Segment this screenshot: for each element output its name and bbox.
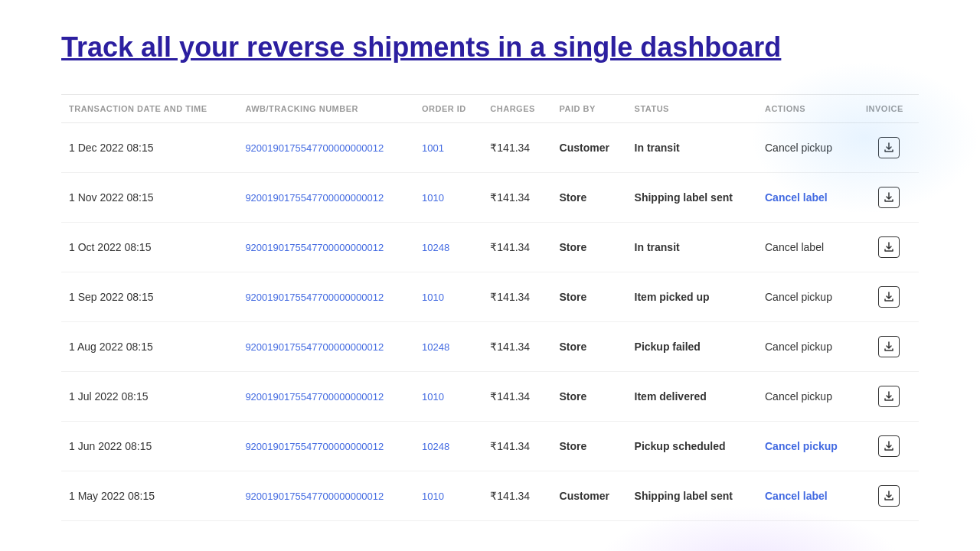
orderid-link[interactable]: 10248 bbox=[422, 242, 449, 253]
tracking-link[interactable]: 9200190175547700000000012 bbox=[245, 192, 384, 204]
tracking-link[interactable]: 9200190175547700000000012 bbox=[245, 341, 384, 353]
cell-invoice bbox=[858, 123, 919, 173]
orderid-link[interactable]: 1010 bbox=[422, 391, 444, 403]
cell-status: Item picked up bbox=[627, 272, 757, 322]
download-button[interactable] bbox=[878, 386, 900, 407]
col-header-charges: CHARGES bbox=[482, 95, 551, 123]
cell-orderid: 10248 bbox=[414, 322, 482, 372]
cell-paidby: Customer bbox=[552, 471, 627, 521]
header-row: TRANSACTION DATE AND TIME AWB/TRACKING N… bbox=[61, 95, 919, 123]
cell-paidby: Store bbox=[552, 372, 627, 422]
cell-paidby: Customer bbox=[552, 123, 627, 173]
orderid-link[interactable]: 10248 bbox=[422, 441, 449, 452]
cell-date: 1 Aug 2022 08:15 bbox=[61, 322, 237, 372]
cell-status: Shipping label sent bbox=[627, 173, 757, 223]
orderid-link[interactable]: 1010 bbox=[422, 192, 444, 204]
tracking-link[interactable]: 9200190175547700000000012 bbox=[245, 441, 384, 452]
cell-status: Item delivered bbox=[627, 372, 757, 422]
cell-tracking: 9200190175547700000000012 bbox=[237, 272, 414, 322]
cell-invoice bbox=[858, 471, 919, 521]
cell-date: 1 Oct 2022 08:15 bbox=[61, 223, 237, 272]
orderid-link[interactable]: 1001 bbox=[422, 142, 444, 154]
orderid-link[interactable]: 1010 bbox=[422, 292, 444, 303]
cell-paidby: Store bbox=[552, 272, 627, 322]
table-row: 1 May 2022 08:15920019017554770000000001… bbox=[61, 471, 919, 521]
cell-orderid: 10248 bbox=[414, 223, 482, 272]
cell-tracking: 9200190175547700000000012 bbox=[237, 422, 414, 471]
cell-tracking: 9200190175547700000000012 bbox=[237, 223, 414, 272]
cell-date: 1 May 2022 08:15 bbox=[61, 471, 237, 521]
cell-status: Shipping label sent bbox=[627, 471, 757, 521]
cell-invoice bbox=[858, 223, 919, 272]
action-link[interactable]: Cancel label bbox=[765, 191, 828, 204]
cell-tracking: 9200190175547700000000012 bbox=[237, 471, 414, 521]
cell-charges: ₹141.34 bbox=[482, 123, 551, 173]
cell-orderid: 1010 bbox=[414, 272, 482, 322]
table-row: 1 Jul 2022 08:15920019017554770000000001… bbox=[61, 372, 919, 422]
col-header-tracking: AWB/TRACKING NUMBER bbox=[237, 95, 414, 123]
col-header-orderid: ORDER ID bbox=[414, 95, 482, 123]
table-row: 1 Sep 2022 08:15920019017554770000000001… bbox=[61, 272, 919, 322]
cell-invoice bbox=[858, 372, 919, 422]
cell-orderid: 1010 bbox=[414, 173, 482, 223]
cell-charges: ₹141.34 bbox=[482, 471, 551, 521]
action-link[interactable]: Cancel label bbox=[765, 490, 828, 502]
cell-actions: Cancel pickup bbox=[757, 322, 858, 372]
cell-invoice bbox=[858, 422, 919, 471]
cell-paidby: Store bbox=[552, 173, 627, 223]
col-header-invoice: INVOICE bbox=[858, 95, 919, 123]
cell-charges: ₹141.34 bbox=[482, 322, 551, 372]
cell-charges: ₹141.34 bbox=[482, 173, 551, 223]
download-button[interactable] bbox=[878, 286, 900, 308]
cell-date: 1 Sep 2022 08:15 bbox=[61, 272, 237, 322]
cell-invoice bbox=[858, 173, 919, 223]
table-header: TRANSACTION DATE AND TIME AWB/TRACKING N… bbox=[61, 95, 919, 123]
cell-charges: ₹141.34 bbox=[482, 272, 551, 322]
shipments-table: TRANSACTION DATE AND TIME AWB/TRACKING N… bbox=[61, 94, 919, 521]
cell-orderid: 1001 bbox=[414, 123, 482, 173]
cell-date: 1 Nov 2022 08:15 bbox=[61, 173, 237, 223]
cell-date: 1 Dec 2022 08:15 bbox=[61, 123, 237, 173]
cell-invoice bbox=[858, 272, 919, 322]
cell-orderid: 10248 bbox=[414, 422, 482, 471]
cell-tracking: 9200190175547700000000012 bbox=[237, 123, 414, 173]
download-button[interactable] bbox=[878, 137, 900, 158]
table-row: 1 Oct 2022 08:15920019017554770000000001… bbox=[61, 223, 919, 272]
cell-paidby: Store bbox=[552, 223, 627, 272]
cell-actions: Cancel label bbox=[757, 173, 858, 223]
action-link[interactable]: Cancel pickup bbox=[765, 440, 838, 452]
download-button[interactable] bbox=[878, 187, 900, 208]
cell-actions: Cancel pickup bbox=[757, 123, 858, 173]
cell-tracking: 9200190175547700000000012 bbox=[237, 322, 414, 372]
cell-charges: ₹141.34 bbox=[482, 223, 551, 272]
tracking-link[interactable]: 9200190175547700000000012 bbox=[245, 391, 384, 403]
orderid-link[interactable]: 1010 bbox=[422, 491, 444, 502]
cell-orderid: 1010 bbox=[414, 471, 482, 521]
download-button[interactable] bbox=[878, 336, 900, 357]
tracking-link[interactable]: 9200190175547700000000012 bbox=[245, 491, 384, 502]
cell-paidby: Store bbox=[552, 322, 627, 372]
cell-status: In transit bbox=[627, 123, 757, 173]
tracking-link[interactable]: 9200190175547700000000012 bbox=[245, 292, 384, 303]
col-header-date: TRANSACTION DATE AND TIME bbox=[61, 95, 237, 123]
table-footer: Show entries Previous 1 Next bbox=[61, 544, 919, 551]
download-button[interactable] bbox=[878, 435, 900, 457]
table-row: 1 Nov 2022 08:15920019017554770000000001… bbox=[61, 173, 919, 223]
download-button[interactable] bbox=[878, 236, 900, 258]
cell-orderid: 1010 bbox=[414, 372, 482, 422]
cell-status: Pickup failed bbox=[627, 322, 757, 372]
table-row: 1 Jun 2022 08:15920019017554770000000001… bbox=[61, 422, 919, 471]
col-header-paidby: PAID BY bbox=[552, 95, 627, 123]
cell-actions: Cancel pickup bbox=[757, 422, 858, 471]
tracking-link[interactable]: 9200190175547700000000012 bbox=[245, 142, 384, 154]
table-row: 1 Aug 2022 08:15920019017554770000000001… bbox=[61, 322, 919, 372]
tracking-link[interactable]: 9200190175547700000000012 bbox=[245, 242, 384, 253]
cell-charges: ₹141.34 bbox=[482, 422, 551, 471]
cell-tracking: 9200190175547700000000012 bbox=[237, 173, 414, 223]
col-header-actions: ACTIONS bbox=[757, 95, 858, 123]
orderid-link[interactable]: 10248 bbox=[422, 341, 449, 353]
cell-actions: Cancel label bbox=[757, 223, 858, 272]
download-button[interactable] bbox=[878, 485, 900, 507]
cell-date: 1 Jul 2022 08:15 bbox=[61, 372, 237, 422]
table-body: 1 Dec 2022 08:15920019017554770000000001… bbox=[61, 123, 919, 521]
